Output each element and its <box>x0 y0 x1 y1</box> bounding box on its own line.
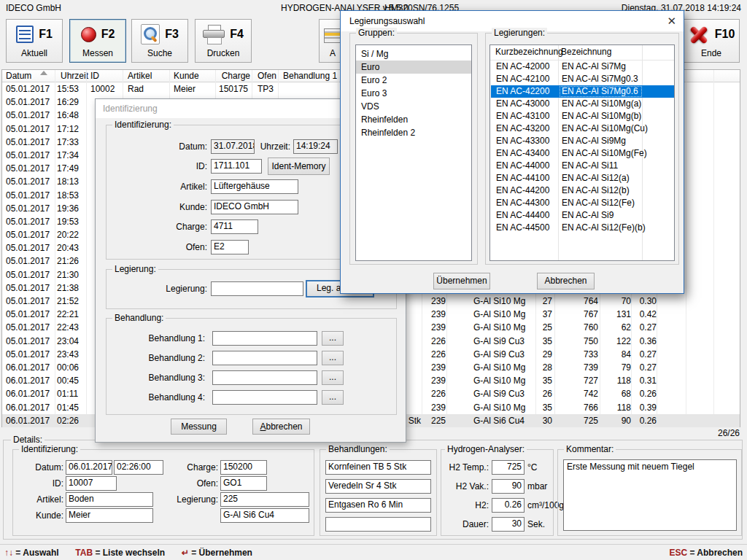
h2-field[interactable]: 0.26 <box>492 498 525 513</box>
col-artikel[interactable]: Artikel <box>128 71 152 81</box>
dauer-field[interactable]: 30 <box>492 517 525 532</box>
gruppen-item[interactable]: Euro <box>356 61 471 74</box>
cell-t: 00:45 <box>57 374 79 387</box>
ofen-field[interactable]: E2 <box>211 240 249 254</box>
uhrzeit-field[interactable]: 14:19:24 <box>293 139 338 154</box>
cell-chg: 150175 <box>215 82 248 96</box>
messen-button[interactable]: F2 Messen <box>69 19 126 63</box>
behandlung-3-input[interactable] <box>212 370 317 385</box>
h2temp-label: H2 Temp.: <box>443 460 489 475</box>
behandlung-2-field[interactable]: Veredeln Sr 4 Stk <box>325 479 431 494</box>
behandlung-2-input[interactable] <box>212 351 317 365</box>
behandlung-1-field[interactable]: Kornfeinen TB 5 Stk <box>325 460 431 475</box>
cell-kurzbezeichnung: EN AC-43100 <box>496 110 549 122</box>
legierung-row[interactable]: EN AC-43000EN AC-Al Si10Mg(a) <box>491 98 674 110</box>
legierung-row[interactable]: EN AC-44400EN AC-Al Si9 <box>491 209 674 222</box>
gruppen-item[interactable]: Rheinfelden 2 <box>356 126 471 139</box>
h2-label: H2: <box>443 498 489 513</box>
behandlung-3-browse-button[interactable]: ... <box>322 370 344 385</box>
behandlung-4-browse-button[interactable]: ... <box>322 390 344 405</box>
behandlung-3-field[interactable]: Entgasen Ro 6 Min <box>325 498 431 513</box>
suche-button[interactable]: F3 Suche <box>131 19 188 63</box>
legierung-row[interactable]: EN AC-43400EN AC-Al Si10Mg(Fe) <box>491 147 674 160</box>
ende-button[interactable]: F10 Ende <box>683 19 740 63</box>
cell-t: 18:53 <box>57 189 79 202</box>
h2temp-field[interactable]: 725 <box>492 460 525 475</box>
legierung-row[interactable]: EN AC-43300EN AC-Al Si9Mg <box>491 135 674 147</box>
artikel-field[interactable]: Lüftergehäuse <box>211 179 298 194</box>
details-charge-label: Charge: <box>152 460 218 475</box>
behandlung-1-browse-button[interactable]: ... <box>322 331 344 346</box>
cell-leg: 226 <box>422 348 446 361</box>
cell-leg: 239 <box>422 401 446 414</box>
legierung-row[interactable]: EN AC-44000EN AC-Al Si11 <box>491 160 674 172</box>
legierung-row[interactable]: EN AC-42000EN AC-Al Si7Mg <box>491 61 674 73</box>
drucken-button[interactable]: F4 Drucken <box>195 19 252 63</box>
ident-memory-button[interactable]: Ident-Memory <box>268 158 330 175</box>
col-kunde[interactable]: Kunde <box>174 71 199 81</box>
enter-key: ↵ <box>182 548 189 558</box>
legierung-row[interactable]: EN AC-44200EN AC-Al Si12(b) <box>491 184 674 197</box>
legierung-row[interactable]: EN AC-43100EN AC-Al Si10Mg(b) <box>491 110 674 122</box>
cell-bezeichnung: EN AC-Al Si9Mg <box>562 135 626 147</box>
col-charge[interactable]: Charge <box>215 71 250 81</box>
legierung-row[interactable]: EN AC-42100EN AC-Al Si7Mg0.3 <box>491 73 674 85</box>
cell-dau: 26 <box>530 387 552 400</box>
legierung-row[interactable]: EN AC-44300EN AC-Al Si12(Fe) <box>491 197 674 209</box>
uebernehmen-button[interactable]: Übernehmen <box>433 273 490 289</box>
behandlung-4-field[interactable] <box>325 517 431 532</box>
datum-field[interactable]: 31.07.2018 <box>211 139 255 154</box>
details-legierung-field[interactable]: 225 <box>220 492 309 507</box>
col-uhrzeit[interactable]: Uhrzeit <box>61 71 88 81</box>
charge-field[interactable]: 4711 <box>211 219 258 234</box>
legierung-row[interactable]: EN AC-44100EN AC-Al Si12(a) <box>491 172 674 184</box>
behandlung-4-input[interactable] <box>212 390 317 405</box>
gruppen-listbox[interactable]: Si / MgEuroEuro 2Euro 3VDSRheinfeldenRhe… <box>355 44 472 261</box>
details-ofen-field[interactable]: GO1 <box>220 476 267 491</box>
details-hydrogen-label: Hydrogen-Analyser: <box>445 444 527 454</box>
cell-t: 01:45 <box>57 401 79 414</box>
behandlung-1-input[interactable] <box>212 331 317 346</box>
id-field[interactable]: 1711.101 <box>211 159 262 174</box>
behandlung-2-browse-button[interactable]: ... <box>322 351 344 365</box>
cell-leg: 226 <box>422 387 446 400</box>
details-kunde-field[interactable]: Meier <box>66 508 153 523</box>
legierung-row[interactable]: EN AC-44500EN AC-Al Si12(Fe)(b) <box>491 222 674 234</box>
cell-d: 05.01.2017 <box>6 82 50 96</box>
abbrechen-alloy-button[interactable]: Abbrechen <box>537 273 595 289</box>
col-ofen[interactable]: Ofen <box>258 71 276 81</box>
col-id[interactable]: ID <box>90 71 99 81</box>
partial-label: A <box>330 48 336 58</box>
col-datum[interactable]: Datum <box>6 71 31 81</box>
layers-icon <box>324 28 341 43</box>
kunde-field[interactable]: IDECO GmbH <box>211 200 298 214</box>
close-icon[interactable]: ✕ <box>667 15 676 28</box>
details-datum-field[interactable]: 06.01.2017 <box>66 460 112 475</box>
legierung-row[interactable]: EN AC-42200EN AC-Al Si7Mg0.6 <box>491 85 674 98</box>
details-charge-field[interactable]: 150200 <box>220 460 267 475</box>
details-legierungname-field[interactable]: G-Al Si6 Cu4 <box>220 508 309 523</box>
gruppen-item[interactable]: Si / Mg <box>356 47 471 61</box>
cell-vak: 90 <box>605 414 631 427</box>
cell-kurzbezeichnung: EN AC-44000 <box>496 160 549 172</box>
details-artikel-field[interactable]: Boden <box>66 492 153 507</box>
cell-bezeichnung: EN AC-Al Si10Mg(Cu) <box>562 122 648 135</box>
gruppen-item[interactable]: Euro 2 <box>356 74 471 87</box>
col-behandlung1[interactable]: Behandlung 1 <box>283 71 337 81</box>
gruppen-item[interactable]: Euro 3 <box>356 87 471 100</box>
cell-vak: 84 <box>605 348 631 361</box>
legierungen-table[interactable]: Kurzbezeichnung Bezeichnung EN AC-42000E… <box>489 44 675 261</box>
legierung-row[interactable]: EN AC-43200EN AC-Al Si10Mg(Cu) <box>491 122 674 135</box>
gruppen-item[interactable]: Rheinfelden <box>356 113 471 126</box>
details-id-field[interactable]: 10007 <box>66 476 117 491</box>
details-kommentar-label: Kommentar: <box>564 444 616 454</box>
cell-h2: 0.27 <box>629 361 657 374</box>
h2vak-field[interactable]: 90 <box>492 479 525 494</box>
messung-button[interactable]: Messung <box>171 419 227 435</box>
gruppen-item[interactable]: VDS <box>356 100 471 113</box>
legierung-field[interactable] <box>211 281 303 296</box>
cell-h2: 0.27 <box>629 348 657 361</box>
abbrechen-button[interactable]: Abbrechen <box>252 419 310 435</box>
aktuell-button[interactable]: F1 Aktuell <box>6 19 63 63</box>
kommentar-field[interactable]: Erste Messung mit neuem Tiegel <box>563 459 737 531</box>
